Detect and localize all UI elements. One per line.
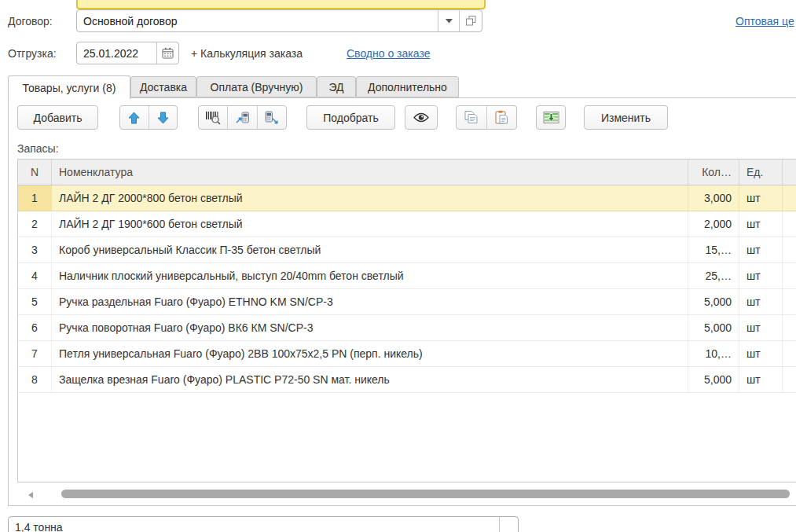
row-number: 7 bbox=[18, 341, 52, 366]
table-body: 1 ЛАЙН 2 ДГ 2000*800 бетон светлый 3,000… bbox=[18, 185, 796, 393]
comment-value[interactable]: 1,4 тонна bbox=[9, 517, 499, 532]
tab-goods-services[interactable]: Товары, услуги (8) bbox=[8, 75, 130, 99]
row-unit: шт bbox=[739, 341, 783, 366]
table-row[interactable]: 8 Защелка врезная Fuaro (Фуаро) PLASTIC … bbox=[18, 367, 796, 393]
column-header-nomenclature[interactable]: Номенклатура bbox=[52, 160, 688, 185]
order-calculation-action[interactable]: + Калькуляция заказа bbox=[191, 47, 303, 60]
add-button[interactable]: Добавить bbox=[17, 105, 98, 130]
contract-dropdown-button[interactable] bbox=[438, 10, 459, 31]
row-extra bbox=[783, 237, 796, 262]
view-button[interactable] bbox=[405, 105, 438, 130]
shipment-label: Отгрузка: bbox=[8, 47, 57, 60]
row-extra bbox=[783, 211, 796, 237]
row-unit: шт bbox=[739, 237, 783, 262]
row-number: 3 bbox=[18, 237, 52, 262]
terminal-upload-button[interactable] bbox=[227, 106, 256, 129]
arrow-down-icon bbox=[157, 112, 169, 124]
tab-delivery[interactable]: Доставка bbox=[130, 76, 196, 97]
order-form: Договор: Основной договор Оптовая це Отг… bbox=[0, 0, 796, 532]
arrow-up-icon bbox=[128, 112, 140, 124]
edit-button[interactable]: Изменить bbox=[584, 105, 668, 130]
row-number: 6 bbox=[18, 315, 52, 340]
move-down-button[interactable] bbox=[149, 106, 178, 129]
comment-expand-button[interactable] bbox=[499, 517, 518, 532]
row-quantity: 5,000 bbox=[688, 367, 739, 392]
row-nomenclature: Короб универсальный Классик П-35 бетон с… bbox=[52, 237, 688, 262]
table-row[interactable]: 2 ЛАЙН 2 ДГ 1900*600 бетон светлый 2,000… bbox=[18, 211, 796, 237]
row-nomenclature: Защелка врезная Fuaro (Фуаро) PLASTIC P7… bbox=[52, 367, 688, 392]
table-row[interactable]: 1 ЛАЙН 2 ДГ 2000*800 бетон светлый 3,000… bbox=[18, 185, 796, 211]
row-nomenclature: Ручка раздельная Fuaro (Фуаро) ETHNO KM … bbox=[52, 289, 688, 314]
chevron-down-icon bbox=[446, 19, 453, 24]
row-nomenclature: ЛАЙН 2 ДГ 2000*800 бетон светлый bbox=[52, 185, 688, 211]
row-number: 8 bbox=[18, 367, 52, 392]
contract-open-button[interactable] bbox=[459, 10, 482, 31]
paste-icon bbox=[494, 110, 509, 125]
comment-field[interactable]: 1,4 тонна bbox=[8, 516, 519, 532]
move-up-button[interactable] bbox=[120, 106, 149, 129]
price-type-link[interactable]: Оптовая це bbox=[735, 15, 794, 28]
row-number: 4 bbox=[18, 263, 52, 288]
terminal-download-icon bbox=[264, 111, 279, 125]
table-row[interactable]: 7 Петля универсальная Fuaro (Фуаро) 2BB … bbox=[18, 341, 796, 367]
move-buttons-group bbox=[119, 105, 178, 130]
row-nomenclature: Наличник плоский универсальный, выступ 2… bbox=[52, 263, 688, 288]
row-number: 1 bbox=[18, 185, 52, 211]
horizontal-scrollbar-thumb[interactable] bbox=[61, 490, 790, 498]
row-extra bbox=[783, 289, 796, 314]
terminal-download-button[interactable] bbox=[257, 106, 286, 129]
copy-icon bbox=[464, 110, 479, 125]
column-header-quantity[interactable]: Кол… bbox=[688, 160, 739, 185]
column-header-n[interactable]: N bbox=[18, 160, 52, 185]
copy-button[interactable] bbox=[457, 106, 486, 129]
contract-value[interactable]: Основной договор bbox=[77, 10, 438, 31]
row-unit: шт bbox=[739, 263, 783, 288]
column-header-extra bbox=[783, 160, 796, 185]
shipment-date-value[interactable]: 25.01.2022 bbox=[77, 42, 156, 64]
import-table-button[interactable] bbox=[536, 105, 566, 130]
row-quantity: 25,… bbox=[688, 263, 739, 288]
barcode-scan-icon bbox=[205, 110, 221, 125]
column-header-unit[interactable]: Ед. bbox=[739, 160, 783, 185]
row-extra bbox=[783, 185, 796, 211]
scroll-left-arrow[interactable] bbox=[28, 492, 33, 498]
table-row[interactable]: 6 Ручка поворотная Fuaro (Фуаро) ВК6 КМ … bbox=[18, 315, 796, 341]
customer-field-clipped[interactable] bbox=[76, 0, 486, 9]
table-row[interactable]: 4 Наличник плоский универсальный, выступ… bbox=[18, 263, 796, 289]
row-extra bbox=[783, 315, 796, 340]
pick-button[interactable]: Подобрать bbox=[306, 105, 395, 130]
row-unit: шт bbox=[739, 315, 783, 340]
paste-button[interactable] bbox=[486, 106, 517, 129]
calendar-button[interactable] bbox=[156, 42, 178, 64]
row-unit: шт bbox=[739, 185, 783, 211]
tab-payment[interactable]: Оплата (Вручную) bbox=[196, 76, 317, 97]
stock-section-label: Запасы: bbox=[17, 142, 59, 155]
table-empty-area bbox=[18, 393, 796, 482]
contract-field[interactable]: Основной договор bbox=[76, 9, 482, 32]
excel-import-icon bbox=[543, 111, 559, 124]
row-nomenclature: ЛАЙН 2 ДГ 1900*600 бетон светлый bbox=[52, 211, 688, 237]
row-nomenclature: Ручка поворотная Fuaro (Фуаро) ВК6 КМ SN… bbox=[52, 315, 688, 340]
row-quantity: 15,… bbox=[688, 237, 739, 262]
row-quantity: 3,000 bbox=[688, 185, 739, 211]
row-unit: шт bbox=[739, 367, 783, 392]
table-row[interactable]: 5 Ручка раздельная Fuaro (Фуаро) ETHNO K… bbox=[18, 289, 796, 315]
row-number: 5 bbox=[18, 289, 52, 314]
row-number: 2 bbox=[18, 211, 52, 237]
contract-label: Договор: bbox=[8, 15, 53, 28]
row-quantity: 5,000 bbox=[688, 315, 739, 340]
terminal-upload-icon bbox=[235, 111, 250, 125]
tab-ed[interactable]: ЭД bbox=[317, 76, 356, 97]
table-header: N Номенклатура Кол… Ед. bbox=[18, 160, 796, 185]
table-row[interactable]: 3 Короб универсальный Классик П-35 бетон… bbox=[18, 237, 796, 263]
shipment-date-field[interactable]: 25.01.2022 bbox=[76, 42, 179, 64]
row-nomenclature: Петля универсальная Fuaro (Фуаро) 2BB 10… bbox=[52, 341, 688, 366]
row-extra bbox=[783, 367, 796, 392]
row-unit: шт bbox=[739, 211, 783, 237]
row-quantity: 10,… bbox=[688, 341, 739, 366]
scan-barcode-button[interactable] bbox=[199, 106, 227, 129]
row-extra bbox=[783, 341, 796, 366]
tab-additional[interactable]: Дополнительно bbox=[356, 76, 459, 97]
order-summary-link[interactable]: Сводно о заказе bbox=[347, 47, 430, 60]
clipboard-buttons-group bbox=[456, 105, 517, 130]
